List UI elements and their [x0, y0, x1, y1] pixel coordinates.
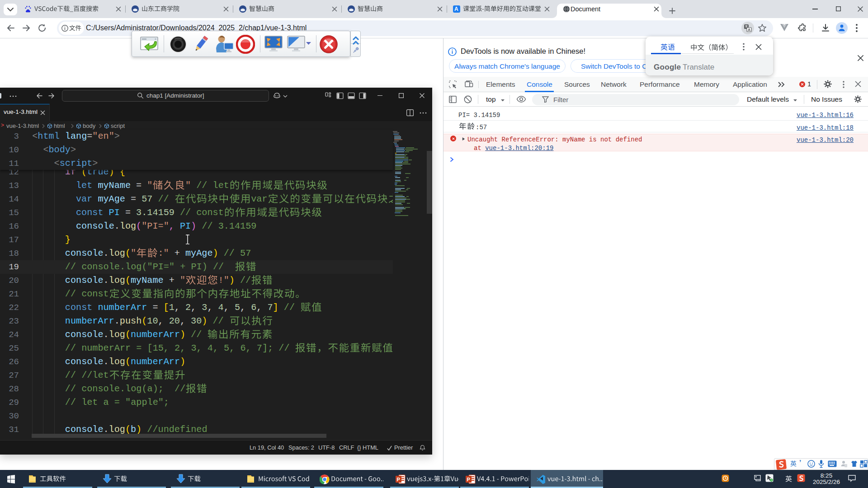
svg-text:P: P [467, 477, 470, 482]
svg-text:P: P [396, 477, 400, 482]
